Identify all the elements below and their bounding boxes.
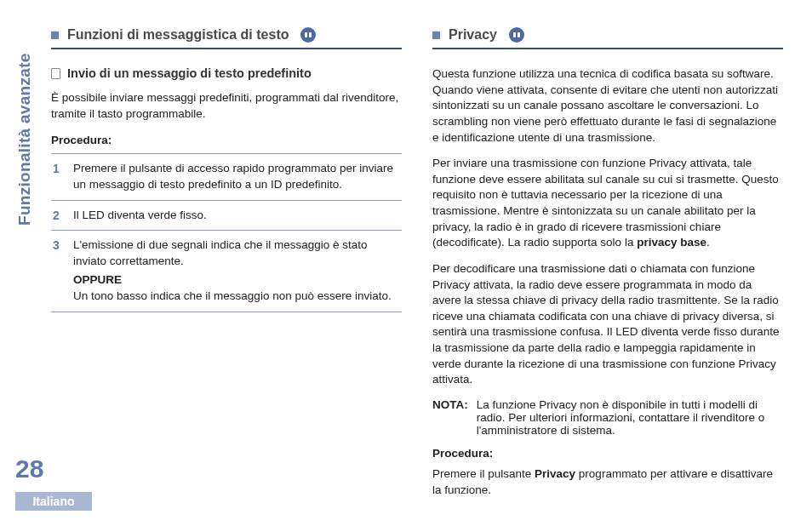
square-bullet-icon: [432, 31, 440, 39]
procedure-step: Premere il pulsante di accesso rapido pr…: [51, 154, 402, 200]
body-paragraph: Per decodificare una trasmissione dati o…: [432, 261, 783, 388]
square-bullet-icon: [51, 31, 59, 39]
content-columns: Funzioni di messaggistica di testo Invio…: [51, 27, 783, 509]
side-section-label: Funzionalità avanzate: [15, 53, 34, 226]
procedure-label: Procedura:: [432, 447, 783, 460]
bold-term: privacy base: [637, 236, 706, 249]
text-run: .: [706, 236, 710, 249]
bold-term: Privacy: [535, 467, 575, 480]
subsection-heading: Invio di un messaggio di testo predefini…: [51, 66, 402, 80]
step-text: L'emissione di due segnali indica che il…: [73, 238, 368, 267]
or-label: OPPURE: [73, 272, 402, 289]
section-title: Funzioni di messaggistica di testo: [67, 27, 289, 43]
intro-paragraph: È possibile inviare messaggi predefiniti…: [51, 90, 402, 122]
procedure-step: Il LED diventa verde fisso.: [51, 201, 402, 232]
procedure-step: L'emissione di due segnali indica che il…: [51, 231, 402, 312]
procedure-text: Premere il pulsante Privacy programmato …: [432, 466, 783, 498]
note-label: NOTA:: [432, 398, 468, 437]
section-heading-messaging: Funzioni di messaggistica di testo: [51, 27, 402, 49]
body-paragraph: Per inviare una trasmissione con funzion…: [432, 156, 783, 251]
feature-badge-icon: [509, 27, 524, 43]
note-text: La funzione Privacy non è disponibile in…: [477, 398, 783, 437]
text-run: Per inviare una trasmissione con funzion…: [432, 157, 779, 249]
document-icon: [51, 68, 60, 79]
body-paragraph: Questa funzione utilizza una tecnica di …: [432, 66, 783, 146]
svg-rect-0: [305, 32, 307, 37]
column-right: Privacy Questa funzione utilizza una tec…: [432, 27, 783, 509]
section-title: Privacy: [449, 27, 497, 43]
text-run: Premere il pulsante: [432, 467, 535, 480]
subsection-title: Invio di un messaggio di testo predefini…: [67, 66, 312, 80]
procedure-list: Premere il pulsante di accesso rapido pr…: [51, 153, 402, 312]
note-block: NOTA: La funzione Privacy non è disponib…: [432, 398, 783, 437]
procedure-label: Procedura:: [51, 134, 402, 146]
feature-badge-icon: [300, 27, 316, 43]
svg-rect-2: [513, 32, 516, 37]
step-text: Un tono basso indica che il messaggio no…: [73, 289, 392, 302]
section-heading-privacy: Privacy: [432, 27, 783, 49]
svg-rect-3: [518, 32, 520, 37]
column-left: Funzioni di messaggistica di testo Invio…: [51, 27, 402, 509]
page-number: 28: [15, 455, 43, 483]
svg-rect-1: [309, 32, 312, 37]
